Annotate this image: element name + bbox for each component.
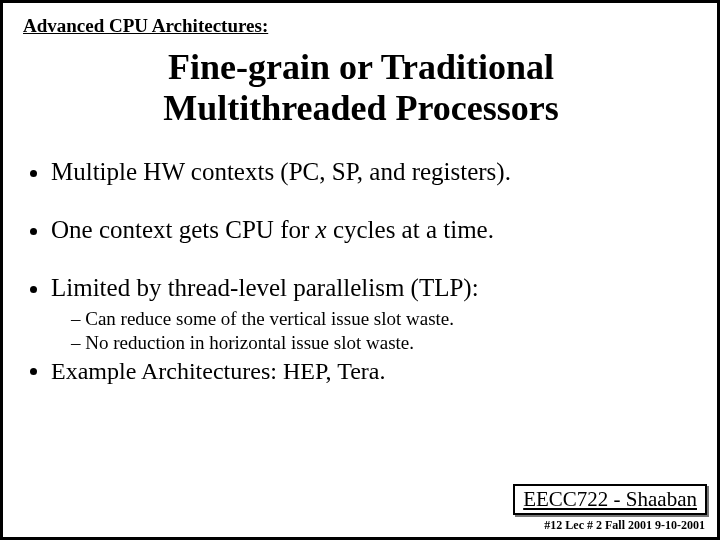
sub-bullet-2: No reduction in horizontal issue slot wa… — [71, 332, 699, 354]
bullet-4: Example Architectures: HEP, Tera. — [51, 358, 699, 385]
title-line-2: Multithreaded Processors — [163, 88, 559, 128]
sub-bullet-list: Can reduce some of the vertical issue sl… — [51, 308, 699, 354]
title-line-1: Fine-grain or Traditional — [168, 47, 554, 87]
bullet-2-x: x — [316, 216, 327, 243]
slide-topic: Advanced CPU Architectures: — [23, 15, 699, 37]
bullet-1: Multiple HW contexts (PC, SP, and regist… — [51, 158, 699, 186]
bullet-2-text-b: cycles at a time. — [327, 216, 494, 243]
footer-course-box: EECC722 - Shaaban — [513, 484, 707, 515]
sub-bullet-1: Can reduce some of the vertical issue sl… — [71, 308, 699, 330]
bullet-2: One context gets CPU for x cycles at a t… — [51, 216, 699, 244]
slide-frame: Advanced CPU Architectures: Fine-grain o… — [0, 0, 720, 540]
bullet-2-text-a: One context gets CPU for — [51, 216, 316, 243]
bullet-3: Limited by thread-level parallelism (TLP… — [51, 274, 699, 354]
slide-title: Fine-grain or Traditional Multithreaded … — [23, 47, 699, 130]
footer-meta: #12 Lec # 2 Fall 2001 9-10-2001 — [544, 518, 705, 533]
bullet-3-text: Limited by thread-level parallelism (TLP… — [51, 274, 479, 301]
bullet-list: Multiple HW contexts (PC, SP, and regist… — [23, 158, 699, 385]
